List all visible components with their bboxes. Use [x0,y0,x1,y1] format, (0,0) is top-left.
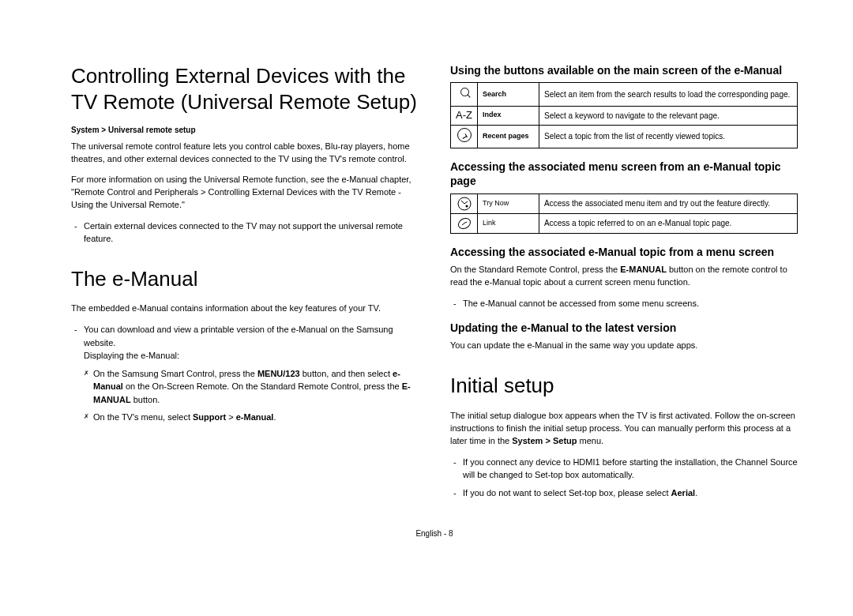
table-desc: Access a topic referred to on an e-Manua… [539,213,798,233]
paragraph: For more information on using the Univer… [71,174,419,212]
page-footer: English - 8 [71,529,798,538]
list-item: The e-Manual cannot be accessed from som… [463,297,798,310]
paragraph: The universal remote control feature let… [71,141,419,166]
heading-initial-setup: Initial setup [450,373,798,399]
subheading: Accessing the associated e-Manual topic … [450,245,798,259]
table-desc: Select an item from the search results t… [539,83,798,107]
subheading: Updating the e-Manual to the latest vers… [450,321,798,335]
heading-universal-remote: Controlling External Devices with the TV… [71,63,419,115]
buttons-table-topic: Try Now Access the associated menu item … [450,193,798,234]
heading-emanual: The e-Manual [71,266,419,292]
paragraph: You can update the e-Manual in the same … [450,340,798,352]
list-item: Certain external devices connected to th… [84,220,419,246]
paragraph: The embedded e-Manual contains informati… [71,302,419,315]
list-item: If you do not want to select Set-top box… [463,486,798,500]
table-label: Try Now [478,193,539,213]
list-item: On the TV's menu, select Support > e-Man… [93,411,419,424]
table-label: Search [478,83,539,107]
table-desc: Select a topic from the list of recently… [539,125,798,148]
table-desc: Access the associated menu item and try … [539,193,798,213]
table-label: Recent pages [478,125,539,148]
table-label: Link [478,213,539,233]
try-now-icon [451,193,478,213]
svg-point-1 [465,205,468,207]
search-icon [451,83,478,107]
table-desc: Select a keyword to navigate to the rele… [539,106,798,125]
list-item: You can download and view a printable ve… [84,323,419,424]
table-label: Index [478,106,539,125]
paragraph: The initial setup dialogue box appears w… [450,410,798,448]
subheading: Using the buttons available on the main … [450,63,798,77]
menu-path: System > Universal remote setup [71,126,419,134]
link-icon [451,213,478,233]
list-item: If you connect any device to HDMI1 befor… [463,456,798,482]
buttons-table-main: Search Select an item from the search re… [450,82,798,148]
subheading: Accessing the associated menu screen fro… [450,160,798,188]
recent-icon [451,125,478,148]
az-icon: A-Z [451,106,478,125]
paragraph: On the Standard Remote Control, press th… [450,264,798,289]
list-item: On the Samsung Smart Control, press the … [93,367,419,407]
